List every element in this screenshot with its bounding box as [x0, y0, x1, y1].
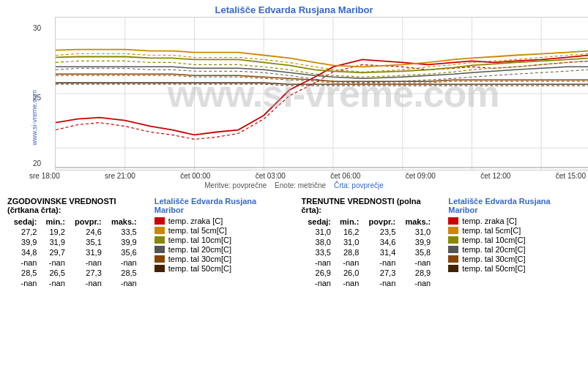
col-min-curr: min.:	[334, 217, 362, 227]
x-label-5: čet 09:00	[406, 172, 436, 180]
legend-item: temp. tal 5cm[C]	[448, 226, 581, 235]
x-label-6: čet 12:00	[480, 172, 510, 180]
si-vreme-label: www.si-vreme.com	[31, 90, 38, 146]
historical-legend-block: Letališče Edvarda Rusjana Maribor temp. …	[155, 197, 287, 288]
legend-item: temp. tal 50cm[C]	[448, 264, 581, 273]
legend-color-box	[448, 265, 458, 272]
col-maks-hist: maks.:	[105, 217, 140, 227]
table-row: 39,931,935,139,9	[7, 237, 140, 247]
col-maks-curr: maks.:	[398, 217, 433, 227]
legend-label: temp. tal 30cm[C]	[168, 255, 231, 263]
table-row: 27,219,224,633,5	[7, 227, 140, 237]
legend-label: temp. tal 30cm[C]	[462, 255, 525, 263]
legend-label: temp. tal 5cm[C]	[462, 226, 521, 235]
col-sedaj-curr: sedaj:	[302, 217, 335, 227]
historical-table: sedaj: min.: povpr.: maks.: 27,219,224,6…	[7, 217, 140, 288]
legend-label: temp. tal 50cm[C]	[462, 264, 525, 273]
legend-color-box	[155, 236, 165, 244]
current-legend-block: Letališče Edvarda Rusjana Maribor temp. …	[448, 197, 581, 288]
legend-color-box	[448, 227, 458, 234]
legend-color-box	[155, 217, 165, 225]
current-legend-title: Letališče Edvarda Rusjana Maribor	[448, 197, 581, 214]
table-row: 28,526,527,328,5	[7, 268, 140, 278]
subtitle-crta: Črta: povprečje	[334, 181, 384, 189]
legend-label: temp. tal 20cm[C]	[462, 245, 525, 254]
x-label-7: čet 15:00	[556, 172, 586, 180]
col-sedaj-hist: sedaj:	[7, 217, 40, 227]
historical-header: ZGODOVINSKE VREDNOSTI (črtkana črta):	[7, 197, 140, 214]
legend-item: temp. tal 5cm[C]	[155, 226, 287, 235]
table-row: 31,016,223,531,0	[302, 227, 434, 237]
legend-item: temp. tal 20cm[C]	[155, 245, 287, 254]
legend-label: temp. tal 20cm[C]	[168, 245, 231, 254]
legend-item: temp. tal 10cm[C]	[448, 236, 581, 244]
table-row: -nan-nan-nan-nan	[302, 278, 434, 288]
legend-color-box	[155, 227, 165, 234]
y-label-30: 30	[33, 24, 41, 32]
x-axis: sre 18:00 sre 21:00 čet 00:00 čet 03:00 …	[29, 172, 586, 180]
legend-label: temp. zraka [C]	[168, 217, 223, 225]
current-table: sedaj: min.: povpr.: maks.: 31,016,223,5…	[302, 217, 434, 288]
legend-label: temp. tal 10cm[C]	[168, 236, 231, 244]
page-title: Letališče Edvarda Rusjana Maribor	[0, 0, 588, 17]
legend-color-box	[448, 236, 458, 244]
legend-label: temp. tal 50cm[C]	[168, 264, 231, 273]
legend-color-box	[448, 255, 458, 263]
legend-color-box	[155, 265, 165, 272]
table-row: -nan-nan-nan-nan	[7, 278, 140, 288]
col-povpr-hist: povpr.:	[68, 217, 105, 227]
legend-item: temp. tal 30cm[C]	[448, 255, 581, 263]
subtitle-enote: Enote: metrične	[275, 181, 326, 189]
legend-item: temp. tal 50cm[C]	[155, 264, 287, 273]
table-row: 38,031,034,639,9	[302, 237, 434, 247]
legend-color-box	[155, 246, 165, 253]
legend-item: temp. tal 30cm[C]	[155, 255, 287, 263]
x-label-2: čet 00:00	[180, 172, 210, 180]
legend-item: temp. tal 20cm[C]	[448, 245, 581, 254]
historical-table-block: ZGODOVINSKE VREDNOSTI (črtkana črta): se…	[7, 197, 140, 288]
col-min-hist: min.:	[40, 217, 68, 227]
current-table-block: TRENUTNE VREDNOSTI (polna črta): sedaj: …	[302, 197, 434, 288]
legend-item: temp. tal 10cm[C]	[155, 236, 287, 244]
table-row: 26,926,027,328,9	[302, 268, 434, 278]
table-row: -nan-nan-nan-nan	[7, 257, 140, 268]
legend-item: temp. zraka [C]	[448, 217, 581, 225]
legend-color-box	[155, 255, 165, 263]
legend-label: temp. zraka [C]	[462, 217, 517, 225]
table-row: 33,528,831,435,8	[302, 247, 434, 257]
legend-item: temp. zraka [C]	[155, 217, 287, 225]
y-label-20: 20	[33, 159, 41, 168]
legend-label: temp. tal 10cm[C]	[462, 236, 525, 244]
table-row: -nan-nan-nan-nan	[302, 257, 434, 268]
col-povpr-curr: povpr.:	[362, 217, 398, 227]
current-header: TRENUTNE VREDNOSTI (polna črta):	[302, 197, 434, 214]
x-label-0: sre 18:00	[29, 172, 60, 180]
subtitle-meritve: Meritve: povprečne	[204, 181, 267, 189]
chart-subtitle: Meritve: povprečne Enote: metrične Črta:…	[0, 181, 588, 189]
historical-legend-title: Letališče Edvarda Rusjana Maribor	[155, 197, 287, 214]
x-label-4: čet 06:00	[330, 172, 360, 180]
legend-color-box	[448, 246, 458, 253]
legend-color-box	[448, 217, 458, 225]
x-label-3: čet 03:00	[256, 172, 286, 180]
x-label-1: sre 21:00	[105, 172, 135, 180]
legend-label: temp. tal 5cm[C]	[168, 226, 227, 235]
table-row: 34,829,731,935,6	[7, 247, 140, 257]
